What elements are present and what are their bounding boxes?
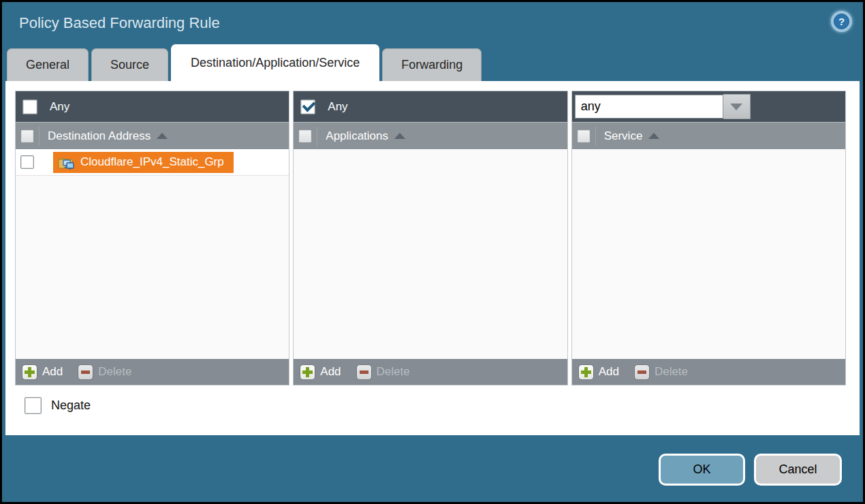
table-row[interactable]: Cloudflare_IPv4_Static_Grp	[16, 149, 289, 176]
add-plus-icon	[578, 364, 594, 380]
chevron-down-icon	[730, 104, 742, 110]
applications-select-all-checkbox[interactable]	[298, 129, 312, 143]
applications-column-header[interactable]: Applications	[317, 127, 567, 146]
tab-destination-label: Destination/Application/Service	[191, 56, 360, 70]
service-dropdown	[575, 94, 751, 119]
tab-source[interactable]: Source	[91, 48, 168, 81]
tab-general-label: General	[26, 58, 69, 72]
row-checkbox[interactable]	[20, 155, 34, 169]
delete-label: Delete	[98, 365, 131, 379]
destination-any-label: Any	[50, 100, 69, 114]
applications-column-header-label: Applications	[326, 129, 388, 143]
dialog-titlebar: Policy Based Forwarding Rule ?	[2, 2, 863, 44]
destination-column-header[interactable]: Destination Address	[39, 127, 289, 146]
destination-delete-button[interactable]: Delete	[78, 364, 131, 380]
service-add-button[interactable]: Add	[578, 364, 619, 380]
delete-label: Delete	[655, 365, 688, 379]
service-column-header-label: Service	[604, 129, 643, 143]
applications-any-label: Any	[328, 100, 347, 114]
destination-add-button[interactable]: Add	[22, 364, 63, 380]
add-plus-icon	[22, 364, 37, 380]
negate-label: Negate	[51, 398, 91, 413]
service-select-all-checkbox[interactable]	[577, 129, 591, 143]
help-icon[interactable]: ?	[831, 11, 852, 32]
tab-forwarding-label: Forwarding	[401, 58, 462, 72]
add-label: Add	[42, 365, 63, 379]
service-list	[572, 149, 845, 359]
service-column-header[interactable]: Service	[595, 127, 845, 146]
address-group-icon	[58, 155, 75, 170]
service-delete-button[interactable]: Delete	[634, 364, 688, 380]
destination-any-checkbox[interactable]	[22, 99, 37, 114]
service-dropdown-button[interactable]	[723, 94, 751, 119]
tab-bar: General Source Destination/Application/S…	[2, 44, 863, 81]
applications-delete-button[interactable]: Delete	[356, 364, 410, 380]
sort-ascending-icon	[394, 133, 405, 139]
sort-ascending-icon	[648, 133, 659, 139]
tab-destination-application-service[interactable]: Destination/Application/Service	[171, 44, 379, 81]
help-icon-glyph: ?	[834, 14, 849, 29]
negate-row: Negate	[5, 385, 860, 414]
sort-ascending-icon	[157, 133, 168, 139]
selected-address-group-chip[interactable]: Cloudflare_IPv4_Static_Grp	[53, 152, 234, 173]
destination-address-panel: Any Destination Address	[15, 91, 289, 385]
add-plus-icon	[300, 364, 315, 380]
applications-add-button[interactable]: Add	[300, 364, 341, 380]
applications-panel: Any Applications Add	[293, 91, 567, 385]
dialog-footer: OK Cancel	[2, 435, 863, 502]
tab-content: Any Destination Address	[5, 81, 860, 435]
destination-address-list: Cloudflare_IPv4_Static_Grp	[16, 149, 289, 359]
ok-button[interactable]: OK	[659, 454, 745, 486]
destination-column-header-label: Destination Address	[48, 129, 151, 143]
delete-minus-icon	[634, 364, 650, 380]
delete-minus-icon	[78, 364, 93, 380]
add-label: Add	[320, 365, 341, 379]
address-group-name: Cloudflare_IPv4_Static_Grp	[80, 155, 224, 169]
dialog-title: Policy Based Forwarding Rule	[19, 14, 220, 32]
tab-source-label: Source	[110, 58, 149, 72]
delete-label: Delete	[377, 365, 410, 379]
policy-forwarding-dialog: Policy Based Forwarding Rule ? General S…	[0, 0, 865, 504]
service-panel: Service Add Delete	[571, 91, 846, 385]
applications-list	[294, 149, 567, 359]
destination-select-all-checkbox[interactable]	[20, 129, 34, 143]
tab-general[interactable]: General	[7, 48, 89, 81]
service-dropdown-input[interactable]	[575, 95, 723, 119]
applications-any-checkbox[interactable]	[300, 99, 315, 114]
delete-minus-icon	[356, 364, 372, 380]
cancel-button[interactable]: Cancel	[754, 454, 842, 486]
add-label: Add	[599, 365, 619, 379]
tab-forwarding[interactable]: Forwarding	[382, 48, 482, 81]
negate-checkbox[interactable]	[25, 397, 42, 414]
